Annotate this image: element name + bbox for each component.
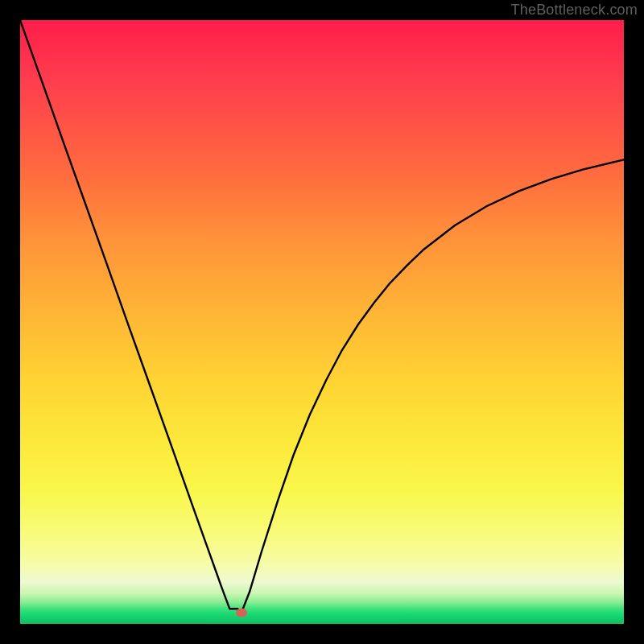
plot-area <box>20 20 624 624</box>
bottleneck-curve <box>20 20 624 624</box>
optimum-marker <box>236 609 247 617</box>
watermark-text: TheBottleneck.com <box>511 2 638 19</box>
chart-frame: TheBottleneck.com <box>0 0 644 644</box>
